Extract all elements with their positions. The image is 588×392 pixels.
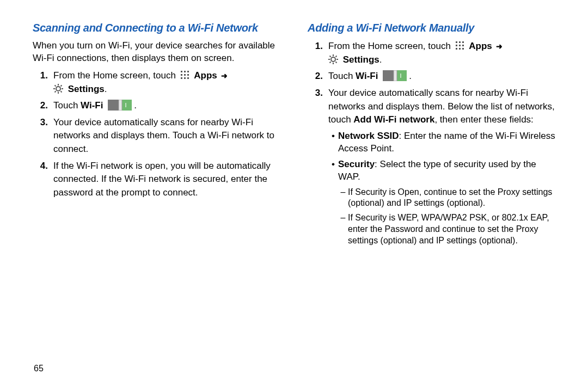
- dash-marker: –: [338, 187, 348, 210]
- period: .: [134, 100, 137, 111]
- svg-rect-7: [184, 77, 186, 79]
- steps-list-right: 1. From the Home screen, touch Apps: [308, 40, 561, 253]
- step-body: Touch Wi-Fi I .: [53, 99, 286, 113]
- svg-line-37: [335, 62, 336, 63]
- step-2: 2. Touch Wi-Fi I .: [308, 70, 561, 83]
- field-label: Security: [338, 159, 375, 169]
- steps-list-left: 1. From the Home screen, touch Apps: [33, 69, 286, 200]
- svg-rect-6: [181, 77, 182, 79]
- period: .: [379, 54, 382, 65]
- intro-paragraph: When you turn on Wi-Fi, your device sear…: [33, 40, 286, 65]
- svg-rect-25: [456, 45, 457, 46]
- step-body: Your device automatically scans for near…: [53, 116, 286, 156]
- svg-rect-20: [119, 100, 122, 111]
- settings-label: Settings: [68, 84, 105, 94]
- svg-rect-24: [462, 41, 464, 43]
- apps-icon: [180, 70, 190, 80]
- section-heading-scanning: Scanning and Connecting to a Wi-Fi Netwo…: [33, 22, 286, 34]
- dash-open: – If Security is Open, continue to set t…: [338, 187, 561, 210]
- svg-rect-5: [187, 74, 189, 76]
- period: .: [105, 84, 107, 94]
- settings-icon: [53, 84, 63, 94]
- wifi-label: Wi-Fi: [81, 100, 103, 111]
- svg-rect-30: [462, 48, 464, 50]
- text: Touch: [53, 100, 81, 111]
- svg-point-31: [331, 57, 335, 62]
- bullet-network-ssid: • Network SSID: Enter the name of the Wi…: [328, 130, 561, 155]
- left-column: Scanning and Connecting to a Wi-Fi Netwo…: [33, 22, 286, 256]
- svg-rect-3: [181, 74, 182, 76]
- svg-rect-8: [187, 77, 189, 79]
- svg-line-15: [60, 91, 62, 92]
- step-2: 2. Touch Wi-Fi I .: [33, 99, 286, 113]
- svg-rect-42: [394, 70, 397, 81]
- wifi-toggle-icon: I: [108, 100, 132, 111]
- text: From the Home screen, touch: [328, 41, 454, 51]
- add-wifi-network-label: Add Wi-Fi network: [353, 114, 434, 125]
- settings-label: Settings: [343, 54, 379, 65]
- wifi-label: Wi-Fi: [356, 71, 378, 81]
- text: From the Home screen, touch: [53, 70, 179, 81]
- text: , then enter these fields:: [434, 114, 533, 125]
- svg-rect-22: [456, 41, 457, 43]
- svg-rect-29: [459, 48, 461, 50]
- svg-line-39: [335, 56, 336, 57]
- apps-icon: [455, 41, 465, 51]
- dash-body: If Security is WEP, WPA/WPA2 PSK, or 802…: [348, 212, 561, 246]
- bullet-body: Security: Select the type of security us…: [338, 158, 561, 250]
- step-body: From the Home screen, touch Apps: [53, 69, 286, 96]
- section-heading-adding: Adding a Wi-Fi Network Manually: [308, 22, 561, 34]
- step-number: 1.: [33, 69, 53, 83]
- step-4: 4. If the Wi-Fi network is open, you wil…: [33, 160, 286, 200]
- page-number: 65: [34, 364, 44, 373]
- security-sublist: – If Security is Open, continue to set t…: [338, 187, 561, 247]
- svg-rect-4: [184, 74, 186, 76]
- svg-text:I: I: [400, 72, 402, 79]
- right-column: Adding a Wi-Fi Network Manually 1. From …: [308, 22, 561, 256]
- bullet-marker: •: [328, 130, 338, 155]
- svg-rect-23: [459, 41, 461, 43]
- step-3: 3. Your device automatically scans for n…: [308, 87, 561, 253]
- apps-label: Apps: [194, 70, 217, 81]
- svg-rect-28: [456, 48, 457, 50]
- svg-line-14: [55, 85, 56, 86]
- manual-page: Scanning and Connecting to a Wi-Fi Netwo…: [0, 0, 588, 267]
- period: .: [409, 71, 412, 81]
- svg-point-9: [56, 87, 60, 91]
- svg-rect-2: [187, 71, 189, 72]
- svg-text:I: I: [125, 102, 127, 108]
- dash-marker: –: [338, 212, 348, 246]
- step-number: 3.: [33, 116, 53, 130]
- svg-line-38: [330, 62, 331, 63]
- settings-icon: [328, 54, 338, 64]
- text: Touch: [328, 71, 356, 81]
- arrow-right-icon: [220, 70, 229, 81]
- svg-rect-0: [181, 71, 182, 72]
- svg-line-16: [55, 91, 56, 92]
- step-body: Your device automatically scans for near…: [328, 87, 561, 253]
- svg-line-36: [330, 56, 331, 57]
- svg-rect-1: [184, 71, 186, 72]
- step-number: 2.: [33, 99, 53, 113]
- field-label: Network SSID: [338, 131, 399, 141]
- step-number: 3.: [308, 87, 328, 100]
- bullet-marker: •: [328, 158, 338, 250]
- step-body: Touch Wi-Fi I .: [328, 70, 561, 83]
- step-body: From the Home screen, touch Apps: [328, 40, 561, 66]
- step-3: 3. Your device automatically scans for n…: [33, 116, 286, 156]
- field-bullets: • Network SSID: Enter the name of the Wi…: [328, 130, 561, 250]
- bullet-security: • Security: Select the type of security …: [328, 158, 561, 250]
- arrow-right-icon: [495, 41, 504, 51]
- svg-line-17: [60, 85, 62, 86]
- step-number: 4.: [33, 160, 53, 173]
- dash-body: If Security is Open, continue to set the…: [348, 187, 561, 210]
- step-body: If the Wi-Fi network is open, you will b…: [53, 160, 286, 200]
- step-number: 2.: [308, 70, 328, 83]
- svg-rect-26: [459, 45, 461, 46]
- wifi-toggle-icon: I: [383, 70, 407, 81]
- step-1: 1. From the Home screen, touch Apps: [308, 40, 561, 66]
- dash-secured: – If Security is WEP, WPA/WPA2 PSK, or 8…: [338, 212, 561, 246]
- svg-rect-27: [462, 45, 464, 46]
- apps-label: Apps: [469, 41, 492, 51]
- step-1: 1. From the Home screen, touch Apps: [33, 69, 286, 96]
